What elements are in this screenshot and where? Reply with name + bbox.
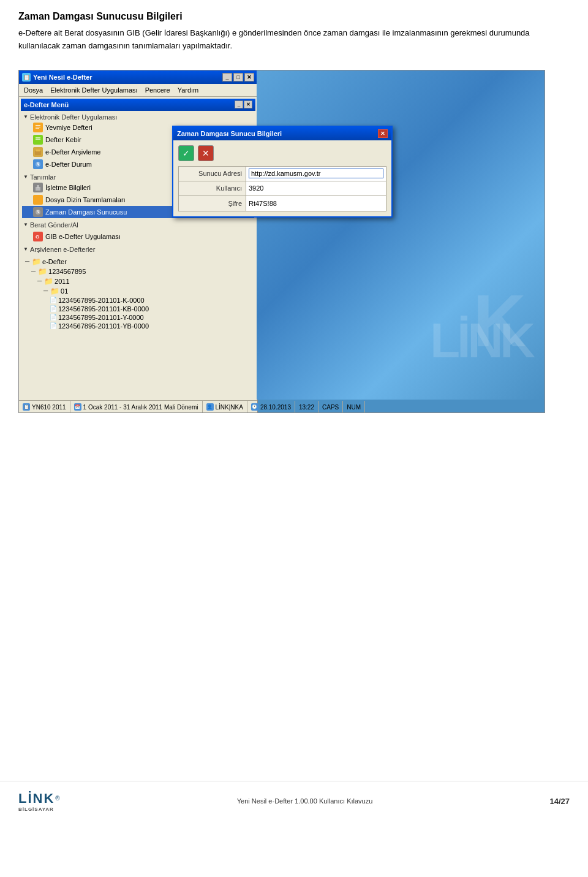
status-version-label: YN610 2011 (32, 404, 66, 411)
gib-icon: G (33, 232, 43, 241)
tree-file-2[interactable]: 📄 1234567895-201101-KB-0000 (22, 305, 254, 313)
panel-minimize-btn[interactable]: _ (235, 101, 243, 108)
status-bar: 📋 YN610 2011 📅 1 Ocak 2011 - 31 Aralık 2… (19, 400, 257, 413)
tree-file-1[interactable]: 📄 1234567895-201101-K-0000 (22, 296, 254, 305)
tree-folder1[interactable]: ─ 📁 1234567895 (22, 267, 254, 276)
dialog-ok-button[interactable]: ✓ (178, 145, 194, 161)
dialog-content: ✓ ✕ Sunucu Adresi Kullanıcı 3920 Şifre R… (173, 140, 391, 216)
menu-yardim[interactable]: Yardım (174, 85, 203, 95)
status-icon-date: 🕐 (251, 403, 258, 411)
svg-rect-8 (35, 151, 41, 155)
app-icon: 📋 (22, 73, 31, 82)
dialog-close-button[interactable]: ✕ (378, 129, 388, 138)
panel-close-btn[interactable]: ✕ (244, 101, 252, 108)
footer-logo-r: ® (55, 795, 59, 802)
menu-group-berat[interactable]: ▼ Berat Gönder/Al (22, 221, 254, 229)
menu-pencere[interactable]: Pencere (141, 85, 174, 95)
page-description: e-Deftere ait Berat dosyasının GIB (Geli… (18, 27, 570, 53)
dialog-title: Zaman Damgası Sunucu Bilgileri (177, 130, 282, 137)
building-icon (33, 183, 43, 192)
menu-dosya[interactable]: Dosya (20, 85, 47, 95)
title-bar-left: 📋 Yeni Nesil e-Defter (22, 73, 92, 82)
kebir-label: Defter Kebir (45, 136, 81, 143)
menu-group-edefter[interactable]: ▼ Elektronik Defter Uygulaması (22, 113, 254, 121)
tree-folder-icon2: 📁 (38, 267, 47, 276)
svg-rect-5 (36, 137, 40, 139)
sunucu-input[interactable] (249, 169, 383, 178)
tree-folder2[interactable]: ─ 📁 2011 (22, 276, 254, 286)
panel-title-bar: e-Defter Menü _ ✕ (21, 99, 255, 111)
status-icon (33, 159, 43, 169)
dialog-row-kullanici: Kullanıcı 3920 (179, 181, 386, 196)
tree-minus-icon2: ─ (31, 268, 36, 275)
svg-rect-2 (36, 127, 40, 127)
folder-icon (33, 195, 43, 205)
footer-logo-subtitle: BİLGİSAYAR (18, 807, 54, 812)
zaman-damgasi-label: Zaman Damgası Sunucusu (45, 208, 127, 216)
expand-icon-3: ▼ (23, 222, 28, 227)
svg-rect-6 (36, 139, 40, 140)
expand-icon: ▼ (23, 114, 28, 120)
menu-group-edefter-label: Elektronik Defter Uygulaması (30, 113, 117, 121)
menu-group-arsiv[interactable]: ▼ Arşivlenen e-Defterler (22, 245, 254, 254)
tree-folder-icon: 📁 (32, 257, 41, 266)
screenshot-container: 📋 Yeni Nesil e-Defter _ □ ✕ Dosya Elektr… (18, 70, 545, 413)
maximize-button[interactable]: □ (233, 73, 243, 82)
tree-file-1-label: 1234567895-201101-K-0000 (58, 297, 145, 304)
status-user-label: LİNK|NKA (216, 404, 243, 411)
status-icon-user: 👤 (206, 403, 214, 411)
status-caps-label: CAPS (322, 404, 339, 411)
expand-icon-4: ▼ (23, 246, 28, 252)
status-date-label: 28.10.2013 (260, 404, 291, 411)
menu-bar: Dosya Elektronik Defter Uygulaması Pence… (19, 84, 257, 97)
isletme-label: İşletme Bilgileri (45, 184, 91, 191)
dialog-icons-row: ✓ ✕ (178, 145, 386, 161)
close-button[interactable]: ✕ (244, 73, 254, 82)
yevmiye-label: Yevmiye Defteri (45, 124, 92, 131)
tree-minus-icon3: ─ (37, 278, 42, 284)
journal-icon (33, 123, 43, 132)
tree-folder-icon3: 📁 (44, 277, 53, 286)
status-user: 👤 LİNK|NKA (203, 401, 247, 413)
tree-folder3[interactable]: ─ 📁 01 (22, 286, 254, 296)
status-version: 📋 YN610 2011 (19, 401, 70, 413)
berat-label: Berat Gönder/Al (30, 221, 78, 229)
background-k: K (473, 278, 526, 363)
file-icon-4: 📄 (50, 322, 57, 329)
status-caps: CAPS (318, 401, 343, 413)
status-period: 📅 1 Ocak 2011 - 31 Aralık 2011 Mali Döne… (70, 401, 203, 413)
tree-file-4[interactable]: 📄 1234567895-201101-YB-0000 (22, 322, 254, 330)
status-time: 13:22 (295, 401, 318, 413)
clock-icon (33, 207, 43, 217)
tree-file-3-label: 1234567895-201101-Y-0000 (58, 314, 144, 321)
menu-gib[interactable]: G GIB e-Defter Uygulaması (22, 230, 254, 243)
status-time-label: 13:22 (299, 404, 314, 411)
tree-file-4-label: 1234567895-201101-YB-0000 (58, 322, 149, 330)
dialog-cancel-button[interactable]: ✕ (198, 145, 214, 161)
svg-rect-3 (36, 128, 39, 129)
tree-root[interactable]: ─ 📁 e-Defter (22, 257, 254, 267)
svg-rect-1 (36, 125, 40, 126)
dialog-value-sunucu (246, 167, 386, 180)
tree-file-3[interactable]: 📄 1234567895-201101-Y-0000 (22, 313, 254, 322)
minimize-button[interactable]: _ (222, 73, 232, 82)
file-icon-2: 📄 (50, 305, 57, 312)
dialog-value-sifre: Rt47S!88 (246, 199, 386, 208)
arsiv-label: Arşivlenen e-Defterler (30, 246, 95, 253)
tree-file-2-label: 1234567895-201101-KB-0000 (58, 305, 149, 313)
tree-folder1-label: 1234567895 (48, 268, 86, 275)
app-title-bar: 📋 Yeni Nesil e-Defter _ □ ✕ (19, 70, 257, 84)
tree-folder3-label: 01 (61, 287, 68, 295)
tree-minus-icon4: ─ (43, 287, 48, 294)
menu-edefter[interactable]: Elektronik Defter Uygulaması (47, 85, 141, 95)
dizin-label: Dosya Dizin Tanımlamaları (45, 196, 126, 203)
dialog-row-sifre: Şifre Rt47S!88 (179, 196, 386, 211)
svg-rect-14 (37, 185, 39, 188)
tree-folder-icon4: 📁 (50, 287, 59, 295)
status-period-label: 1 Ocak 2011 - 31 Aralık 2011 Mali Dönemi (83, 404, 198, 411)
dialog-label-kullanici: Kullanıcı (179, 181, 246, 196)
tree-folder2-label: 2011 (55, 278, 69, 285)
panel-title: e-Defter Menü (24, 101, 69, 108)
footer-logo: LİNK ® BİLGİSAYAR (18, 791, 60, 812)
status-icon-version: 📋 (23, 403, 30, 411)
